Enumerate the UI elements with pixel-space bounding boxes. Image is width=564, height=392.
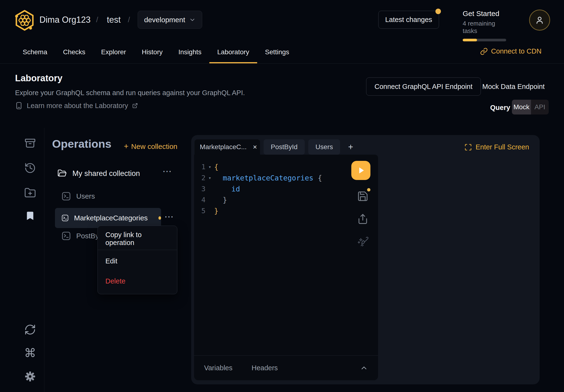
external-link-icon bbox=[132, 103, 138, 109]
tab-settings[interactable]: Settings bbox=[257, 41, 297, 63]
line-number: 3 bbox=[194, 185, 206, 193]
query-mode-mock[interactable]: Mock bbox=[512, 100, 531, 114]
gear-icon[interactable] bbox=[24, 370, 37, 383]
close-icon[interactable]: × bbox=[253, 143, 257, 151]
code-token: } bbox=[214, 196, 227, 204]
query-mode-toggle[interactable]: Mock API bbox=[512, 100, 549, 114]
enter-fullscreen-button[interactable]: Enter Full Screen bbox=[464, 143, 529, 151]
history-icon[interactable] bbox=[24, 162, 37, 174]
save-operation-button[interactable] bbox=[357, 191, 369, 202]
editor-tab-marketplacecategories[interactable]: MarketplaceC... × bbox=[194, 139, 260, 155]
command-shortcuts-icon[interactable]: ⌘ bbox=[24, 347, 37, 360]
latest-changes-button[interactable]: Latest changes bbox=[378, 11, 439, 29]
fold-marker-icon[interactable]: ▾ bbox=[206, 164, 214, 170]
editor-tab-label: MarketplaceC... bbox=[200, 143, 247, 151]
page-description: Explore your GraphQL schema and run quer… bbox=[15, 89, 245, 97]
bookmark-collections-icon[interactable] bbox=[24, 209, 37, 222]
broom-sparkles-icon bbox=[357, 235, 370, 248]
tab-laboratory[interactable]: Laboratory bbox=[209, 41, 257, 63]
new-tab-button[interactable]: + bbox=[344, 139, 358, 155]
primary-nav: Schema Checks Explorer History Insights … bbox=[0, 41, 564, 64]
play-icon bbox=[356, 166, 366, 175]
code-area[interactable]: 1 ▾ { 2 ▾ marketplaceCategories { 3 id 4… bbox=[194, 155, 378, 216]
tab-schema[interactable]: Schema bbox=[15, 41, 55, 63]
chevron-down-icon bbox=[189, 16, 196, 23]
folder-open-icon bbox=[57, 169, 67, 178]
query-toggle-label: Query bbox=[490, 104, 510, 112]
target-selector-dropdown[interactable]: development bbox=[138, 11, 202, 29]
save-icon bbox=[357, 191, 369, 202]
folder-plus-icon[interactable] bbox=[24, 186, 37, 199]
tab-explorer[interactable]: Explorer bbox=[93, 41, 134, 63]
connect-to-cdn-link[interactable]: Connect to CDN bbox=[480, 47, 542, 55]
learn-more-link[interactable]: Learn more about the Laboratory bbox=[15, 101, 138, 110]
editor-tab-label: PostById bbox=[271, 143, 298, 151]
collection-my-shared[interactable]: My shared collection bbox=[57, 169, 140, 178]
link-icon bbox=[480, 48, 488, 55]
code-line: 1 ▾ { bbox=[194, 161, 378, 172]
schema-archive-icon[interactable] bbox=[24, 137, 37, 150]
menu-item-edit[interactable]: Edit bbox=[98, 251, 177, 271]
code-token: id bbox=[214, 185, 240, 193]
hive-logo-icon[interactable] bbox=[14, 9, 36, 31]
new-collection-label: New collection bbox=[131, 142, 177, 151]
line-number: 4 bbox=[194, 196, 206, 204]
laboratory-panel: MarketplaceC... × PostById Users + Enter… bbox=[191, 135, 540, 384]
connect-endpoint-button[interactable]: Connect GraphQL API Endpoint bbox=[366, 77, 481, 96]
operation-overflow-menu[interactable]: ⋯ bbox=[165, 211, 174, 222]
code-token: marketplaceCategories bbox=[214, 174, 313, 182]
terminal-square-icon bbox=[61, 231, 71, 241]
variables-tab[interactable]: Variables bbox=[204, 364, 233, 372]
query-mode-api[interactable]: API bbox=[531, 100, 549, 114]
headers-tab[interactable]: Headers bbox=[252, 364, 278, 372]
unsaved-changes-dot bbox=[158, 216, 161, 220]
new-collection-button[interactable]: + New collection bbox=[124, 141, 177, 151]
menu-item-copy-link[interactable]: Copy link to operation bbox=[98, 229, 177, 249]
enter-fullscreen-label: Enter Full Screen bbox=[476, 143, 529, 151]
code-line: 5 } bbox=[194, 205, 378, 216]
breadcrumb-project[interactable]: test bbox=[107, 15, 121, 25]
tab-label: Checks bbox=[63, 48, 85, 56]
page-title: Laboratory bbox=[15, 73, 62, 84]
line-number: 5 bbox=[194, 207, 206, 215]
collapse-panel-button[interactable] bbox=[360, 364, 368, 372]
operation-name: Users bbox=[76, 192, 95, 200]
book-icon bbox=[15, 101, 23, 110]
get-started-title: Get Started bbox=[463, 10, 508, 18]
breadcrumb-separator: / bbox=[96, 15, 98, 24]
fold-marker-icon[interactable]: ▾ bbox=[206, 175, 214, 181]
get-started-widget[interactable]: Get Started 4 remaining tasks bbox=[463, 10, 508, 41]
tab-history[interactable]: History bbox=[134, 41, 170, 63]
operations-title: Operations bbox=[52, 137, 111, 150]
upload-share-icon bbox=[357, 213, 369, 225]
editor-footer: Variables Headers bbox=[194, 355, 378, 380]
menu-item-delete[interactable]: Delete bbox=[98, 271, 177, 291]
terminal-square-icon bbox=[61, 191, 71, 201]
mock-endpoint-button[interactable]: Mock Data Endpoint bbox=[482, 77, 545, 96]
code-line: 4 } bbox=[194, 194, 378, 205]
editor-tab-users[interactable]: Users bbox=[308, 139, 340, 155]
editor-tabbar: MarketplaceC... × PostById Users + bbox=[194, 139, 358, 155]
user-avatar[interactable] bbox=[529, 10, 550, 31]
run-query-button[interactable] bbox=[351, 161, 371, 180]
notification-dot bbox=[435, 9, 441, 14]
share-operation-button[interactable] bbox=[357, 213, 369, 225]
tab-insights[interactable]: Insights bbox=[170, 41, 209, 63]
query-editor[interactable]: 1 ▾ { 2 ▾ marketplaceCategories { 3 id 4… bbox=[194, 155, 378, 380]
operation-item-users[interactable]: Users bbox=[61, 191, 95, 201]
connect-endpoint-label: Connect GraphQL API Endpoint bbox=[374, 83, 472, 91]
sync-icon[interactable] bbox=[24, 323, 37, 336]
tab-label: Insights bbox=[178, 48, 201, 56]
terminal-square-icon bbox=[61, 213, 69, 223]
operation-context-menu: Copy link to operation Edit Delete bbox=[97, 226, 177, 294]
breadcrumb-separator: / bbox=[128, 15, 130, 24]
expand-icon bbox=[464, 143, 472, 151]
editor-tab-postbyid[interactable]: PostById bbox=[264, 139, 305, 155]
operation-item-marketplacecategories[interactable]: MarketplaceCategories bbox=[55, 208, 161, 228]
breadcrumb-org[interactable]: Dima Org123 bbox=[40, 15, 91, 25]
prettify-button[interactable] bbox=[357, 235, 370, 248]
collection-overflow-menu[interactable]: ⋯ bbox=[163, 166, 172, 176]
get-started-subtitle: 4 remaining tasks bbox=[463, 20, 508, 35]
tab-checks[interactable]: Checks bbox=[55, 41, 93, 63]
editor-tab-label: Users bbox=[316, 143, 333, 151]
